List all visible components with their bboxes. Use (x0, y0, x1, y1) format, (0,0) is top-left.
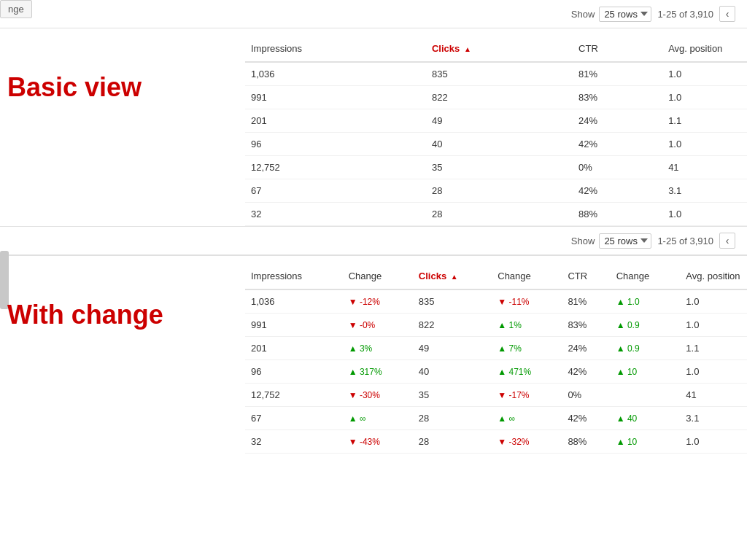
col2-ctr-change[interactable]: Change (611, 263, 681, 289)
basic-table-header: Impressions Clicks ▲ CTR Avg. position (245, 36, 747, 62)
clicks-cell: 35 (413, 384, 492, 407)
clk-change-cell: ▲ 1% (492, 314, 562, 337)
avg-pos-cell: 1.0 (662, 203, 747, 226)
impressions-cell: 32 (245, 203, 426, 226)
col-avg-position[interactable]: Avg. position (662, 36, 747, 62)
avg-pos-cell: 1.1 (680, 337, 747, 360)
clk-change-cell: ▼ -11% (492, 289, 562, 314)
imp-change-cell: ▼ -43% (343, 430, 413, 454)
clk-change-cell: ▲ ∞ (492, 407, 562, 430)
clicks-cell: 822 (426, 86, 573, 109)
pagination-text-bottom: 1-25 of 3,910 (657, 236, 713, 246)
ctr-cell: 83% (562, 314, 610, 337)
rows-select-bottom[interactable]: 25 rows 10 rows 50 rows (599, 233, 651, 249)
clicks-cell: 28 (413, 430, 492, 454)
table-row: 1,036 ▼ -12% 835 ▼ -11% 81% ▲ 1.0 1.0 (245, 289, 747, 314)
clicks-cell: 28 (426, 203, 573, 226)
basic-section: Basic view Impressions Clicks ▲ CTR Avg.… (0, 28, 747, 226)
page-wrapper: nge Show 25 rows 10 rows 50 rows 1-25 of… (0, 0, 747, 560)
table-row: 96 40 42% 1.0 (245, 133, 747, 156)
imp-change-cell: ▲ ∞ (343, 407, 413, 430)
prev-page-btn-top[interactable]: ‹ (719, 6, 735, 22)
prev-page-btn-bottom[interactable]: ‹ (719, 233, 735, 249)
ctr-cell: 0% (573, 156, 662, 179)
avg-pos-cell: 1.0 (662, 62, 747, 86)
clk-change-cell: ▲ 471% (492, 360, 562, 384)
impressions-cell: 1,036 (245, 62, 426, 86)
col2-clicks-sorted[interactable]: Clicks ▲ (413, 263, 492, 289)
table-row: 12,752 ▼ -30% 35 ▼ -17% 0% 41 ▼ -2.0 (245, 384, 747, 407)
imp-change-cell: ▲ 3% (343, 337, 413, 360)
ctr-cell: 0% (562, 384, 610, 407)
impressions-cell: 96 (245, 133, 426, 156)
ctr-change-cell: ▲ 0.9 (611, 314, 681, 337)
impressions-cell: 201 (245, 109, 426, 133)
ctr-change-cell: ▲ 10 (611, 360, 681, 384)
impressions-cell: 32 (245, 430, 343, 454)
ctr-cell: 88% (562, 430, 610, 454)
ctr-change-cell: ▲ 10 (611, 430, 681, 454)
ctr-cell: 83% (573, 86, 662, 109)
ctr-cell: 42% (573, 179, 662, 203)
clicks-cell: 35 (426, 156, 573, 179)
clicks-cell: 822 (413, 314, 492, 337)
imp-change-cell: ▼ -0% (343, 314, 413, 337)
show-label-bottom: Show (571, 236, 595, 246)
ctr-cell: 24% (573, 109, 662, 133)
impressions-cell: 67 (245, 179, 426, 203)
avg-pos-cell: 41 (680, 384, 747, 407)
col2-impressions[interactable]: Impressions (245, 263, 343, 289)
clicks-cell: 835 (413, 289, 492, 314)
ctr-change-cell: ▲ 0.9 (611, 337, 681, 360)
rows-select-top[interactable]: 25 rows 10 rows 50 rows (599, 7, 651, 22)
clicks-cell: 28 (426, 179, 573, 203)
change-table-header: Impressions Change Clicks ▲ Change CTR C… (245, 263, 747, 289)
col-impressions[interactable]: Impressions (245, 36, 426, 62)
table-row: 32 28 88% 1.0 (245, 203, 747, 226)
change-section: With change Impressions Change Clicks ▲ … (0, 256, 747, 454)
impressions-cell: 12,752 (245, 156, 426, 179)
tab-label[interactable]: nge (0, 0, 32, 18)
col-ctr[interactable]: CTR (573, 36, 662, 62)
table-row: 67 ▲ ∞ 28 ▲ ∞ 42% ▲ 40 3.1 (245, 407, 747, 430)
avg-pos-cell: 41 (662, 156, 747, 179)
avg-pos-cell: 1.0 (662, 133, 747, 156)
clicks-cell: 835 (426, 62, 573, 86)
impressions-cell: 991 (245, 314, 343, 337)
clk-change-cell: ▲ 7% (492, 337, 562, 360)
avg-pos-cell: 1.0 (680, 289, 747, 314)
ctr-cell: 42% (562, 360, 610, 384)
table-row: 201 ▲ 3% 49 ▲ 7% 24% ▲ 0.9 1.1 (245, 337, 747, 360)
ctr-cell: 42% (573, 133, 662, 156)
table-row: 991 822 83% 1.0 (245, 86, 747, 109)
clicks-cell: 49 (426, 109, 573, 133)
avg-pos-cell: 1.0 (680, 430, 747, 454)
ctr-cell: 42% (562, 407, 610, 430)
col2-clk-change[interactable]: Change (492, 263, 562, 289)
imp-change-cell: ▼ -30% (343, 384, 413, 407)
change-table: Impressions Change Clicks ▲ Change CTR C… (245, 263, 747, 454)
show-label: Show (571, 9, 595, 20)
col2-ctr[interactable]: CTR (562, 263, 610, 289)
imp-change-cell: ▲ 317% (343, 360, 413, 384)
impressions-cell: 96 (245, 360, 343, 384)
avg-pos-cell: 3.1 (662, 179, 747, 203)
ctr-cell: 81% (573, 62, 662, 86)
table-row: 991 ▼ -0% 822 ▲ 1% 83% ▲ 0.9 1.0 (245, 314, 747, 337)
pagination-text-top: 1-25 of 3,910 (657, 9, 713, 20)
table-row: 67 28 42% 3.1 (245, 179, 747, 203)
bottom-bar: Show 25 rows 10 rows 50 rows 1-25 of 3,9… (0, 226, 747, 256)
impressions-cell: 201 (245, 337, 343, 360)
ctr-cell: 24% (562, 337, 610, 360)
table-row: 12,752 35 0% 41 (245, 156, 747, 179)
ctr-change-cell (611, 384, 681, 407)
clicks-cell: 40 (413, 360, 492, 384)
clicks-cell: 40 (426, 133, 573, 156)
col2-imp-change[interactable]: Change (343, 263, 413, 289)
avg-pos-cell: 3.1 (680, 407, 747, 430)
impressions-cell: 12,752 (245, 384, 343, 407)
col2-avg-position[interactable]: Avg. position (680, 263, 747, 289)
table-row: 201 49 24% 1.1 (245, 109, 747, 133)
ctr-cell: 81% (562, 289, 610, 314)
col-clicks-sorted[interactable]: Clicks ▲ (426, 36, 573, 62)
